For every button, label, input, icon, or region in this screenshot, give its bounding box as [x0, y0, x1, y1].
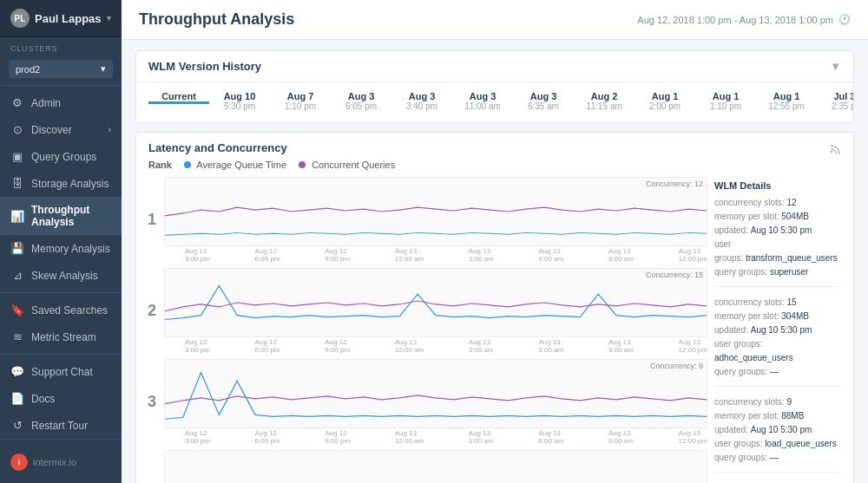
rank-3-chart-wrap: Concurrency: 9 Aug 123:00 pm Aug 126:00 …: [164, 359, 707, 445]
rank-label: Rank: [148, 160, 172, 170]
wlm-details-title: WLM Details: [714, 180, 839, 191]
cluster-selector[interactable]: prod2 ▾: [9, 60, 113, 78]
wlm-card-header: WLM Version History ▼: [136, 51, 853, 82]
wlm-version-1[interactable]: Aug 10 5:30 pm: [209, 91, 270, 114]
sidebar-item-metric-stream[interactable]: ≋ Metric Stream: [0, 323, 122, 350]
sidebar-item-support-chat[interactable]: 💬 Support Chat: [0, 358, 122, 385]
svg-point-0: [831, 150, 833, 153]
rank-row-4: 4 Aug 123:00 pm Aug: [143, 450, 707, 483]
rank-4-chart: [164, 450, 707, 483]
cluster-name: prod2: [16, 64, 40, 75]
x-axis-1: Aug 123:00 pm Aug 126:00 pm Aug 129:00 p…: [164, 246, 707, 263]
skew-icon: ⊿: [10, 269, 24, 282]
wlm-version-10[interactable]: Aug 1 12:55 pm: [756, 91, 817, 114]
username-label: Paul Lappas: [35, 12, 102, 25]
latency-title: Latency and Concurrency: [148, 141, 287, 154]
wlm-version-9[interactable]: Aug 1 1:10 pm: [695, 91, 756, 114]
date-range: Aug 12, 2018 1:00 pm - Aug 13, 2018 1:00…: [637, 14, 851, 25]
main-content: Throughput Analysis Aug 12, 2018 1:00 pm…: [122, 0, 868, 483]
wlm-version-card: WLM Version History ▼ Current Aug 10 5:3…: [135, 50, 854, 123]
wlm-version-current[interactable]: Current: [148, 91, 209, 104]
restart-tour-icon: ↺: [10, 419, 24, 432]
sidebar-item-label: Support Chat: [31, 366, 93, 378]
sidebar-item-label: Query Groups: [31, 151, 96, 163]
sidebar-item-restart-tour[interactable]: ↺ Restart Tour: [0, 412, 122, 439]
clusters-section-label: Clusters: [0, 37, 122, 56]
sidebar-item-label: Restart Tour: [31, 420, 88, 432]
brand-logo: i intermix.io: [0, 447, 122, 478]
wlm-version-8[interactable]: Aug 1 2:00 pm: [635, 91, 695, 114]
sidebar-item-throughput-analysis[interactable]: 📊 Throughput Analysis: [0, 197, 122, 235]
sidebar-item-label: Saved Searches: [31, 304, 108, 317]
rank-number-1: 1: [143, 211, 161, 229]
metric-stream-icon: ≋: [10, 330, 24, 343]
sidebar-item-storage-analysis[interactable]: 🗄 Storage Analysis: [0, 170, 122, 197]
sidebar-item-query-groups[interactable]: ▣ Query Groups: [0, 143, 122, 170]
sidebar-item-memory-analysis[interactable]: 💾 Memory Analysis: [0, 235, 122, 262]
discover-icon: ⊙: [10, 123, 24, 136]
rank-row-3: 3 Concurrency: 9: [143, 359, 707, 445]
avg-queue-dot: [184, 161, 191, 168]
logo-circle: i: [10, 454, 28, 471]
sidebar-item-label: Skew Analysis: [31, 270, 98, 282]
x-axis-2: Aug 123:00 pm Aug 126:00 pm Aug 129:00 p…: [164, 337, 707, 354]
sidebar-header: PL Paul Lappas ▾: [0, 0, 122, 37]
brand-name: intermix.io: [33, 457, 76, 467]
rank-2-chart-wrap: Concurrency: 15 Aug 123:00 pm Aug 126:00…: [164, 268, 707, 354]
throughput-icon: 📊: [10, 210, 24, 223]
admin-icon: ⚙: [10, 96, 24, 109]
date-range-text: Aug 12, 2018 1:00 pm - Aug 13, 2018 1:00…: [637, 15, 833, 25]
sidebar-item-label: Memory Analysis: [31, 243, 110, 255]
concurrent-queries-dot: [299, 161, 306, 168]
sidebar-item-saved-searches[interactable]: 🔖 Saved Searches: [0, 297, 122, 323]
sidebar-item-admin[interactable]: ⚙ Admin: [0, 89, 122, 116]
sidebar-nav: ⚙ Admin ⊙ Discover › ▣ Query Groups 🗄 St…: [0, 89, 122, 439]
wlm-version-4[interactable]: Aug 3 3:40 pm: [391, 91, 452, 114]
funnel-icon[interactable]: ▼: [830, 60, 841, 73]
support-chat-icon: 💬: [10, 365, 24, 378]
wlm-version-5[interactable]: Aug 3 11:00 am: [452, 91, 513, 114]
docs-icon: 📄: [10, 392, 24, 405]
memory-icon: 💾: [10, 242, 24, 255]
wlm-version-6[interactable]: Aug 3 6:35 am: [513, 91, 574, 114]
sidebar-item-discover[interactable]: ⊙ Discover ›: [0, 116, 122, 143]
sidebar-footer: i intermix.io: [0, 439, 122, 483]
clock-icon: 🕐: [838, 14, 851, 25]
charts-area: 1 Concurrency: 12: [136, 177, 853, 483]
topbar: Throughput Analysis Aug 12, 2018 1:00 pm…: [122, 0, 868, 40]
sidebar-item-label: Discover: [31, 124, 72, 136]
query-groups-icon: ▣: [10, 150, 24, 163]
rank-number-3: 3: [143, 393, 161, 411]
legend-avg-queue: Average Queue Time: [184, 160, 286, 170]
wlm-version-2[interactable]: Aug 7 1:10 pm: [270, 91, 331, 114]
latency-concurrency-card: Latency and Concurrency Rank Average Que…: [135, 132, 854, 483]
x-axis-3: Aug 123:00 pm Aug 126:00 pm Aug 129:00 p…: [164, 428, 707, 445]
sidebar-item-label: Docs: [31, 393, 55, 405]
sidebar-item-label: Throughput Analysis: [31, 204, 111, 228]
wlm-title: WLM Version History: [148, 60, 261, 73]
sidebar-item-skew-analysis[interactable]: ⊿ Skew Analysis: [0, 262, 122, 289]
saved-searches-icon: 🔖: [10, 304, 24, 317]
wlm-version-7[interactable]: Aug 2 11:15 am: [574, 91, 635, 114]
sidebar-item-label: Admin: [31, 97, 61, 109]
sidebar-item-label: Metric Stream: [31, 331, 96, 343]
chart-legend: Rank Average Queue Time Concurrent Queri…: [136, 160, 853, 177]
wlm-details-panel: WLM Details concurrency slots: 12 memory…: [707, 177, 846, 483]
sidebar-item-docs[interactable]: 📄 Docs: [0, 385, 122, 412]
sidebar: PL Paul Lappas ▾ Clusters prod2 ▾ ⚙ Admi…: [0, 0, 122, 483]
rank-1-chart: Concurrency: 12: [164, 177, 707, 246]
concurrency-label-2: Concurrency: 15: [646, 271, 703, 279]
rank-1-chart-wrap: Concurrency: 12 Aug 123:00 pm Aug 126:00…: [164, 177, 707, 263]
latency-card-header: Latency and Concurrency: [136, 133, 853, 160]
rank-2-chart: Concurrency: 15: [164, 268, 707, 337]
wlm-version-3[interactable]: Aug 3 6:05 pm: [331, 91, 391, 114]
wlm-version-11[interactable]: Jul 31 2:35 pm: [817, 91, 853, 114]
rank-row-2: 2 Concurrency: 15: [143, 268, 707, 354]
rank-charts: 1 Concurrency: 12: [143, 177, 707, 483]
chevron-right-icon: ›: [108, 125, 111, 134]
rss-icon: [829, 142, 841, 154]
rank-row-1: 1 Concurrency: 12: [143, 177, 707, 263]
wlm-detail-block-2: concurrency slots: 15 memory per slot: 3…: [714, 296, 839, 387]
page-title: Throughput Analysis: [139, 10, 294, 29]
user-dropdown-icon[interactable]: ▾: [107, 14, 111, 23]
